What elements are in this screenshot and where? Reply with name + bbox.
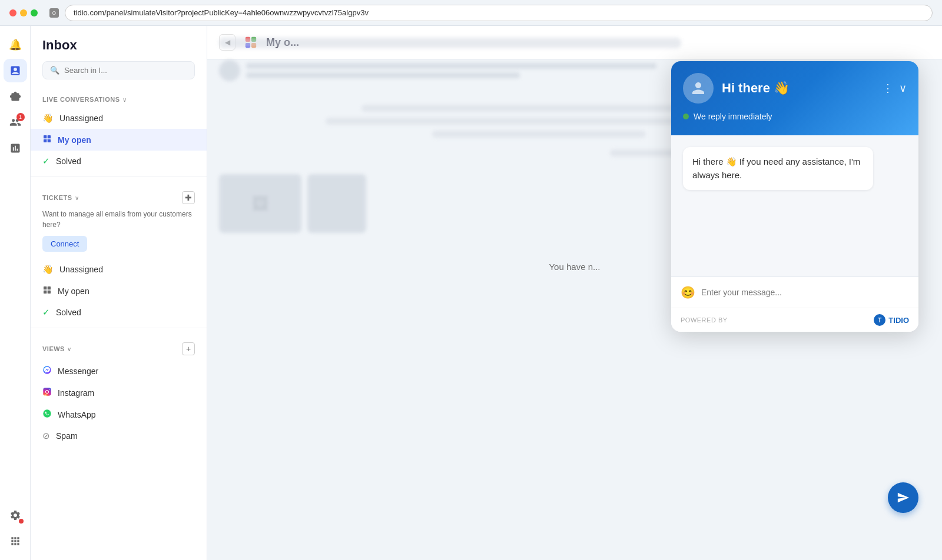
status-text: We reply immediately — [694, 112, 772, 121]
blur-image-1: 🖼 — [219, 174, 301, 233]
check-icon-1: ✓ — [42, 156, 50, 166]
search-input[interactable] — [64, 66, 187, 75]
contacts-badge: 1 — [16, 113, 25, 121]
sidebar-icon-bot[interactable] — [4, 85, 27, 108]
close-btn[interactable] — [9, 9, 16, 16]
powered-by-text: POWERED BY — [681, 316, 728, 324]
nav-item-whatsapp[interactable]: WhatsApp — [31, 404, 207, 425]
tidio-logo: T TIDIO — [874, 314, 909, 326]
svg-rect-0 — [44, 135, 47, 138]
tickets-label: TICKETS — [42, 194, 72, 201]
unassigned-1-label: Unassigned — [59, 114, 103, 123]
instagram-icon — [42, 387, 52, 398]
nav-item-my-open-2[interactable]: My open — [31, 280, 207, 302]
spam-label: Spam — [56, 431, 78, 441]
nav-item-instagram[interactable]: Instagram — [31, 382, 207, 404]
tidio-logo-icon: T — [874, 314, 885, 326]
whatsapp-icon — [42, 409, 52, 420]
sidebar-icon-apps[interactable] — [4, 529, 27, 553]
nav-item-solved-1[interactable]: ✓ Solved — [31, 151, 207, 172]
whatsapp-label: WhatsApp — [58, 410, 96, 419]
instagram-label: Instagram — [58, 388, 94, 398]
views-chevron: ∨ — [67, 346, 71, 352]
emoji-button[interactable]: 😊 — [681, 285, 695, 299]
search-icon: 🔍 — [50, 66, 59, 75]
views-section-header: VIEWS ∨ + — [31, 333, 207, 360]
live-conversations-label-row[interactable]: LIVE CONVERSATIONS ∨ — [42, 96, 127, 103]
svg-point-12 — [43, 409, 51, 417]
sidebar-icon-analytics[interactable] — [4, 136, 27, 160]
nav-item-solved-2[interactable]: ✓ Solved — [31, 302, 207, 323]
blur-block-1 — [219, 38, 681, 48]
my-open-2-label: My open — [58, 286, 89, 296]
views-label-row[interactable]: VIEWS ∨ — [42, 345, 71, 352]
blur-line-1b — [246, 72, 520, 78]
chat-more-button[interactable]: ⋮ — [883, 82, 893, 95]
add-ticket-button[interactable]: ✚ — [182, 191, 195, 204]
wave-icon-2: 👋 — [42, 264, 54, 275]
url-input[interactable] — [65, 5, 933, 21]
tidio-label: TIDIO — [888, 316, 909, 325]
sidebar-icon-inbox[interactable] — [4, 59, 27, 82]
svg-rect-3 — [48, 139, 51, 142]
spam-icon: ⊘ — [42, 431, 50, 441]
svg-rect-5 — [48, 286, 51, 289]
svg-rect-6 — [44, 291, 47, 294]
svg-rect-1 — [48, 135, 51, 138]
svg-rect-7 — [48, 291, 51, 294]
live-conversations-section: LIVE CONVERSATIONS ∨ — [31, 86, 207, 108]
chat-avatar — [683, 73, 714, 104]
solved-2-label: Solved — [56, 308, 81, 317]
sidebar-icon-bell[interactable]: 🔔 — [4, 33, 27, 56]
tickets-chevron: ∨ — [75, 195, 79, 201]
check-icon-2: ✓ — [42, 307, 50, 318]
inbox-title: Inbox — [42, 38, 195, 53]
solved-1-label: Solved — [56, 156, 81, 166]
connect-button[interactable]: Connect — [42, 236, 87, 252]
divider-2 — [31, 328, 207, 328]
divider-1 — [31, 176, 207, 177]
nav-item-messenger[interactable]: Messenger — [31, 360, 207, 382]
svg-rect-2 — [44, 139, 47, 142]
blur-image-2 — [307, 174, 366, 233]
my-open-1-label: My open — [58, 135, 91, 145]
content-area: ◀ My o... 🖼 — [207, 26, 942, 560]
tickets-promo-section: Want to manage all emails from your cust… — [31, 209, 207, 259]
live-conversations-label: LIVE CONVERSATIONS — [42, 96, 120, 103]
chat-collapse-button[interactable]: ∨ — [899, 82, 907, 95]
send-button[interactable] — [888, 482, 918, 513]
svg-rect-4 — [44, 286, 47, 289]
chat-body: Hi there 👋 If you need any assistance, I… — [671, 135, 918, 276]
sidebar-icon-settings[interactable] — [4, 504, 27, 527]
nav-item-spam[interactable]: ⊘ Spam — [31, 425, 207, 446]
chat-message-input[interactable] — [701, 288, 909, 297]
nav-item-my-open-1[interactable]: My open — [31, 129, 207, 151]
sidebar-icon-contacts[interactable]: 1 — [4, 111, 27, 134]
tickets-label-row[interactable]: TICKETS ∨ — [42, 194, 79, 201]
add-view-button[interactable]: + — [182, 342, 195, 355]
svg-point-11 — [49, 389, 49, 390]
chat-powered-by: POWERED BY T TIDIO — [671, 308, 918, 332]
blur-avatar-1 — [219, 60, 240, 81]
left-panel-header: Inbox 🔍 — [31, 26, 207, 86]
browser-controls — [9, 9, 38, 16]
chat-header-top: Hi there 👋 ⋮ ∨ — [683, 73, 907, 104]
my-open-2-icon — [42, 285, 52, 296]
chat-widget: Hi there 👋 ⋮ ∨ We reply immediately Hi t… — [671, 61, 918, 332]
messenger-icon — [42, 365, 52, 376]
chat-greeting: Hi there 👋 — [722, 81, 874, 96]
left-nav-panel: Inbox 🔍 LIVE CONVERSATIONS ∨ 👋 Unassigne… — [31, 26, 207, 560]
url-bar: ⊙ — [0, 0, 942, 26]
nav-item-unassigned-2[interactable]: 👋 Unassigned — [31, 259, 207, 280]
tickets-section-header: TICKETS ∨ ✚ — [31, 182, 207, 209]
nav-item-unassigned-1[interactable]: 👋 Unassigned — [31, 108, 207, 129]
blur-line-1a — [246, 63, 656, 69]
unassigned-2-label: Unassigned — [59, 265, 103, 274]
blur-block-2 — [361, 105, 682, 112]
empty-message: You have n... — [549, 261, 600, 271]
minimize-btn[interactable] — [20, 9, 27, 16]
search-bar[interactable]: 🔍 — [42, 61, 195, 79]
chat-input-area[interactable]: 😊 — [671, 277, 918, 308]
chat-header-actions: ⋮ ∨ — [883, 82, 907, 95]
maximize-btn[interactable] — [31, 9, 38, 16]
